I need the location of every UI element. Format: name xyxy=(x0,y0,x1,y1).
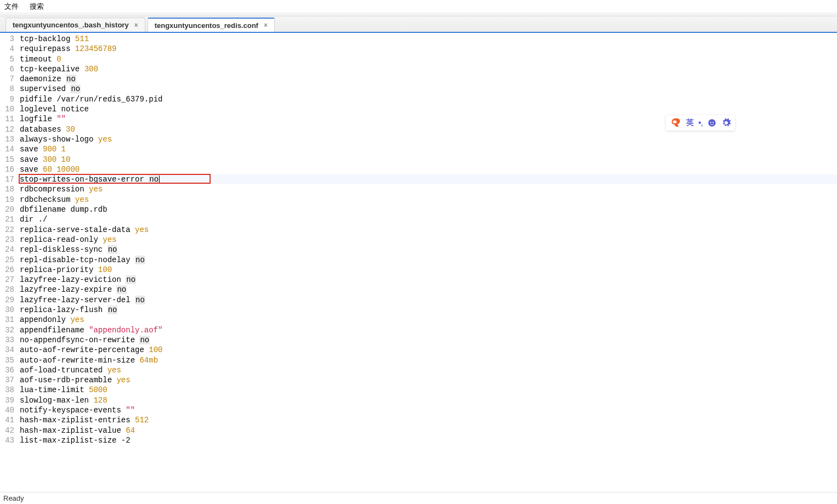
line-number: 30 xyxy=(0,305,14,315)
code-line[interactable]: list-max-ziplist-size -2 xyxy=(20,435,837,445)
line-number: 18 xyxy=(0,184,14,194)
code-line[interactable]: repl-disable-tcp-nodelay no xyxy=(20,255,837,265)
code-line[interactable]: tcp-keepalive 300 xyxy=(20,64,837,74)
code-line[interactable]: appendfilename "appendonly.aof" xyxy=(20,325,837,335)
code-line[interactable]: dir ./ xyxy=(20,214,837,224)
line-number: 15 xyxy=(0,155,14,165)
close-icon[interactable]: × xyxy=(134,21,138,29)
line-number: 22 xyxy=(0,225,14,235)
line-number: 31 xyxy=(0,315,14,325)
menu-bar: 文件 搜索 xyxy=(0,0,837,13)
code-line[interactable]: timeout 0 xyxy=(20,54,837,64)
line-number: 35 xyxy=(0,355,14,365)
code-line[interactable]: replica-read-only yes xyxy=(20,235,837,245)
code-editor[interactable]: 3456789101112131415161718192021222324252… xyxy=(0,33,837,446)
code-line[interactable]: daemonize no xyxy=(20,74,837,84)
code-line[interactable]: save 900 1 xyxy=(20,144,837,154)
line-number: 12 xyxy=(0,124,14,134)
line-number: 37 xyxy=(0,375,14,385)
code-line[interactable]: dbfilename dump.rdb xyxy=(20,205,837,214)
status-text: Ready xyxy=(3,494,24,502)
code-line[interactable]: save 300 10 xyxy=(20,155,837,165)
code-line[interactable]: lazyfree-lazy-server-del no xyxy=(20,295,837,305)
line-number: 19 xyxy=(0,195,14,205)
line-number: 8 xyxy=(0,84,14,94)
line-number: 39 xyxy=(0,395,14,405)
code-line[interactable]: save 60 10000 xyxy=(20,165,837,174)
code-line[interactable]: supervised no xyxy=(20,84,837,94)
line-number: 26 xyxy=(0,265,14,275)
line-number: 28 xyxy=(0,285,14,295)
code-line[interactable]: loglevel notice xyxy=(20,104,837,114)
line-number: 3 xyxy=(0,34,14,44)
ime-bot-icon[interactable] xyxy=(707,118,717,128)
code-line[interactable]: replica-serve-stale-data yes xyxy=(20,225,837,235)
line-number: 32 xyxy=(0,325,14,335)
line-number: 21 xyxy=(0,214,14,224)
tab-bash-history[interactable]: tengxuntyuncentos_.bash_history × xyxy=(5,18,145,32)
line-number: 6 xyxy=(0,64,14,74)
code-line[interactable]: lazyfree-lazy-eviction no xyxy=(20,275,837,285)
line-number: 43 xyxy=(0,435,14,445)
code-content[interactable]: tcp-backlog 511requirepass 123456789time… xyxy=(20,34,837,445)
line-number: 36 xyxy=(0,365,14,375)
code-line[interactable]: lazyfree-lazy-expire no xyxy=(20,285,837,295)
text-cursor xyxy=(159,175,160,184)
line-number: 16 xyxy=(0,165,14,174)
code-line[interactable]: auto-aof-rewrite-min-size 64mb xyxy=(20,355,837,365)
line-number: 17 xyxy=(0,174,14,184)
menu-file[interactable]: 文件 xyxy=(4,2,19,12)
code-line[interactable]: hash-max-ziplist-entries 512 xyxy=(20,415,837,425)
code-line[interactable]: appendonly yes xyxy=(20,315,837,325)
line-number: 13 xyxy=(0,134,14,144)
line-number: 40 xyxy=(0,405,14,415)
code-line[interactable]: repl-diskless-sync no xyxy=(20,245,837,254)
line-number: 14 xyxy=(0,144,14,154)
line-number: 33 xyxy=(0,335,14,345)
line-number: 29 xyxy=(0,295,14,305)
line-number: 38 xyxy=(0,385,14,395)
code-line[interactable]: aof-load-truncated yes xyxy=(20,365,837,375)
line-number: 25 xyxy=(0,255,14,265)
line-number: 42 xyxy=(0,426,14,435)
svg-point-1 xyxy=(710,122,711,123)
menu-search[interactable]: 搜索 xyxy=(30,2,44,12)
code-line[interactable]: rdbcompression yes xyxy=(20,184,837,194)
ime-punctuation-icon[interactable]: •, xyxy=(698,118,703,128)
code-line[interactable]: pidfile /var/run/redis_6379.pid xyxy=(20,94,837,104)
code-line[interactable]: always-show-logo yes xyxy=(20,134,837,144)
line-number: 9 xyxy=(0,94,14,104)
code-line[interactable]: tcp-backlog 511 xyxy=(20,34,837,44)
code-line[interactable]: stop-writes-on-bgsave-error no xyxy=(20,174,837,184)
ime-toolbar[interactable]: 英 •, xyxy=(666,115,735,131)
line-number: 7 xyxy=(0,74,14,84)
line-number: 23 xyxy=(0,235,14,245)
close-icon[interactable]: × xyxy=(264,21,268,29)
svg-point-0 xyxy=(708,119,716,127)
code-line[interactable]: replica-lazy-flush no xyxy=(20,305,837,315)
svg-point-2 xyxy=(712,122,714,123)
code-line[interactable]: auto-aof-rewrite-percentage 100 xyxy=(20,345,837,355)
code-line[interactable]: requirepass 123456789 xyxy=(20,44,837,54)
line-number: 41 xyxy=(0,415,14,425)
line-number: 27 xyxy=(0,275,14,285)
code-line[interactable]: lua-time-limit 5000 xyxy=(20,385,837,395)
code-line[interactable]: slowlog-max-len 128 xyxy=(20,395,837,405)
tab-label: tengxuntyuncentos_redis.conf xyxy=(155,21,258,30)
line-number: 10 xyxy=(0,104,14,114)
code-line[interactable]: hash-max-ziplist-value 64 xyxy=(20,426,837,435)
tab-label: tengxuntyuncentos_.bash_history xyxy=(13,21,129,29)
code-line[interactable]: rdbchecksum yes xyxy=(20,195,837,205)
sogou-logo-icon xyxy=(670,117,682,129)
code-line[interactable]: aof-use-rdb-preamble yes xyxy=(20,375,837,385)
ime-settings-icon[interactable] xyxy=(721,118,731,128)
tab-bar: tengxuntyuncentos_.bash_history × tengxu… xyxy=(0,16,837,33)
line-number: 34 xyxy=(0,345,14,355)
line-number: 5 xyxy=(0,54,14,64)
code-line[interactable]: notify-keyspace-events "" xyxy=(20,405,837,415)
code-line[interactable]: no-appendfsync-on-rewrite no xyxy=(20,335,837,345)
status-bar: Ready xyxy=(0,492,837,504)
tab-redis-conf[interactable]: tengxuntyuncentos_redis.conf × xyxy=(148,18,275,32)
code-line[interactable]: replica-priority 100 xyxy=(20,265,837,275)
ime-language-label[interactable]: 英 xyxy=(686,118,694,128)
